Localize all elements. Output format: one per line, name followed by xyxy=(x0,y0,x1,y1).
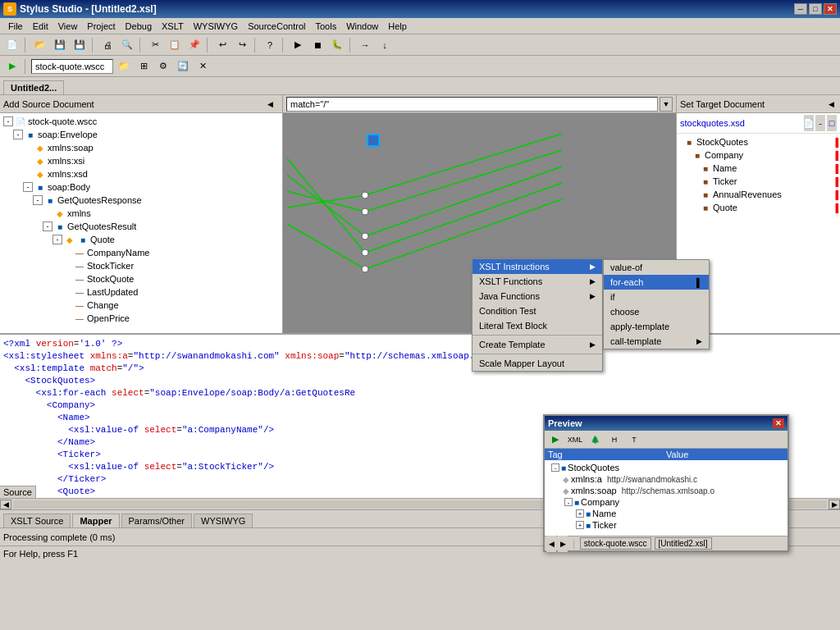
sub-if[interactable]: if xyxy=(604,290,709,304)
tb-options[interactable]: ⚙ xyxy=(154,58,172,75)
target-nav-left[interactable]: ◀ xyxy=(825,96,837,112)
tab-xslt-source[interactable]: XSLT Source xyxy=(3,514,71,527)
expand-icon[interactable]: - xyxy=(52,235,62,244)
preview-close-btn[interactable]: ✕ xyxy=(773,418,784,428)
expand-icon[interactable]: - xyxy=(33,195,43,205)
ctx-xslt-functions[interactable]: XSLT Functions ▶ xyxy=(472,274,602,289)
tb-open[interactable]: 📂 xyxy=(31,37,49,53)
preview-tab-xsl[interactable]: [Untitled2.xsl] xyxy=(655,537,712,550)
tab-wysiwyg[interactable]: WYSIWYG xyxy=(194,514,253,527)
expand-icon[interactable]: - xyxy=(3,116,13,126)
preview-item-company[interactable]: - ■ Company xyxy=(546,496,786,508)
tb-print[interactable]: 🖨 xyxy=(98,37,116,53)
minimize-button[interactable]: ─ xyxy=(794,3,807,15)
preview-text-btn[interactable]: T xyxy=(625,431,643,448)
tb-step-over[interactable]: → xyxy=(356,37,374,53)
tb-help[interactable]: ? xyxy=(261,37,279,53)
ctx-literal-text[interactable]: Literal Text Block xyxy=(472,318,602,333)
tb-step-into[interactable]: ↓ xyxy=(376,37,394,53)
menu-help[interactable]: Help xyxy=(383,20,412,33)
preview-item-xmlns-soap[interactable]: ◆ xmlns:soap http://schemas.xmlsoap.o xyxy=(546,485,786,496)
sub-apply-template[interactable]: apply-template xyxy=(604,319,709,334)
scroll-right-btn[interactable]: ▶ xyxy=(829,500,840,509)
tb-cut[interactable]: ✂ xyxy=(146,37,164,53)
tb-run2[interactable]: ▶ xyxy=(3,58,21,75)
menu-file[interactable]: File xyxy=(3,20,28,33)
source-tree-item-5[interactable]: -■ soap:Body xyxy=(2,180,281,194)
ctx-create-template[interactable]: Create Template ▶ xyxy=(472,337,602,352)
expand-icon[interactable]: - xyxy=(13,130,23,139)
source-tree-item-1[interactable]: -■ soap:Envelope xyxy=(2,128,281,141)
sub-choose[interactable]: choose xyxy=(604,304,709,319)
preview-expand-icon[interactable]: - xyxy=(551,463,559,472)
target-node-stockquotes[interactable]: ■ StockQuotes ▐ xyxy=(678,135,838,148)
sub-value-of[interactable]: value-of xyxy=(604,260,709,275)
ctx-scale-mapper[interactable]: Scale Mapper Layout xyxy=(472,356,602,371)
tab-mapper[interactable]: Mapper xyxy=(72,514,119,527)
preview-item-stockquotes[interactable]: - ■ StockQuotes xyxy=(546,462,786,473)
tb-browse[interactable]: 📁 xyxy=(115,58,133,75)
tb-run[interactable]: ▶ xyxy=(289,37,307,53)
tb-paste[interactable]: 📌 xyxy=(185,37,203,53)
source-tree-item-9[interactable]: -◆■ Quote xyxy=(2,233,281,246)
preview-nav-right[interactable]: ▶ xyxy=(558,536,568,552)
expand-icon[interactable]: - xyxy=(43,221,52,231)
tb-refresh[interactable]: 🔄 xyxy=(174,58,192,75)
preview-run-btn[interactable]: ▶ xyxy=(546,431,564,448)
tb-redo[interactable]: ↪ xyxy=(233,37,251,53)
source-left-arrow[interactable]: ◀ xyxy=(261,96,279,112)
tb-undo[interactable]: ↩ xyxy=(213,37,231,53)
ctx-java-functions[interactable]: Java Functions ▶ xyxy=(472,289,602,304)
tb-stop[interactable]: ⏹ xyxy=(308,37,326,53)
preview-tree-btn[interactable]: 🌲 xyxy=(586,431,604,448)
source-tree-item-14[interactable]: — Change xyxy=(2,299,281,312)
source-tree-item-13[interactable]: — LastUpdated xyxy=(2,285,281,299)
menu-tools[interactable]: Tools xyxy=(310,20,341,33)
preview-item-xmlns-a[interactable]: ◆ xmlns:a http://swanandmokashi.c xyxy=(546,473,786,485)
maximize-button[interactable]: □ xyxy=(809,3,822,15)
tb-debug[interactable]: 🐛 xyxy=(328,37,346,53)
preview-xml-btn[interactable]: XML xyxy=(566,431,584,448)
tb-copy[interactable]: 📋 xyxy=(166,37,184,53)
sub-call-template[interactable]: call-template ▶ xyxy=(604,334,709,349)
target-node-quote[interactable]: ■ Quote ▐ xyxy=(678,201,838,214)
source-file-input[interactable] xyxy=(31,59,113,74)
menu-edit[interactable]: Edit xyxy=(28,20,53,33)
source-tree-item-3[interactable]: ◆ xmlns:xsi xyxy=(2,154,281,167)
preview-expand-icon[interactable]: + xyxy=(576,521,584,529)
menu-project[interactable]: Project xyxy=(82,20,120,33)
scroll-left-btn[interactable]: ◀ xyxy=(0,500,11,509)
tb-new[interactable]: 📄 xyxy=(3,37,21,53)
source-tree-item-8[interactable]: -■ GetQuotesResult xyxy=(2,220,281,233)
doc-tab-untitled[interactable]: Untitled2... xyxy=(3,80,64,94)
ctx-xslt-instructions[interactable]: XSLT Instructions ▶ xyxy=(472,259,602,274)
close-button[interactable]: ✕ xyxy=(824,3,837,15)
preview-expand-icon[interactable]: + xyxy=(576,509,584,518)
preview-nav-left[interactable]: ◀ xyxy=(546,536,556,552)
source-tree-item-12[interactable]: — StockQuote xyxy=(2,272,281,285)
preview-item-name[interactable]: + ■ Name xyxy=(546,508,786,519)
expand-icon[interactable]: - xyxy=(23,182,33,192)
source-tree-item-10[interactable]: — CompanyName xyxy=(2,246,281,259)
source-tree-item-11[interactable]: — StockTicker xyxy=(2,259,281,272)
source-tree-item-0[interactable]: -📄 stock-quote.wscc xyxy=(2,115,281,128)
preview-html-btn[interactable]: H xyxy=(605,431,623,448)
tb-close-tab[interactable]: ✕ xyxy=(194,58,212,75)
source-tree-item-2[interactable]: ◆ xmlns:soap xyxy=(2,141,281,154)
target-node-ticker[interactable]: ■ Ticker ▐ xyxy=(678,175,838,188)
ctx-condition-test[interactable]: Condition Test xyxy=(472,304,602,318)
tb-preview[interactable]: 🔍 xyxy=(118,37,136,53)
match-dropdown[interactable]: ▼ xyxy=(660,97,673,112)
target-node-name[interactable]: ■ Name ▐ xyxy=(678,162,838,175)
tab-params[interactable]: Params/Other xyxy=(121,514,192,527)
preview-tree[interactable]: - ■ StockQuotes ◆ xmlns:a http://swanand… xyxy=(545,460,788,536)
tb-save-all[interactable]: 💾 xyxy=(71,37,89,53)
menu-sourcecontrol[interactable]: SourceControl xyxy=(243,20,310,33)
target-expand-btn[interactable]: - xyxy=(815,115,825,131)
target-collapse-btn[interactable]: □ xyxy=(827,115,837,131)
mapper-selected-node[interactable] xyxy=(367,134,380,147)
target-node-annualrevenues[interactable]: ■ AnnualRevenues ▐ xyxy=(678,188,838,201)
source-tree-item-6[interactable]: -■ GetQuotesResponse xyxy=(2,194,281,207)
menu-debug[interactable]: Debug xyxy=(121,20,157,33)
target-node-company[interactable]: ■ Company ▐ xyxy=(678,148,838,162)
